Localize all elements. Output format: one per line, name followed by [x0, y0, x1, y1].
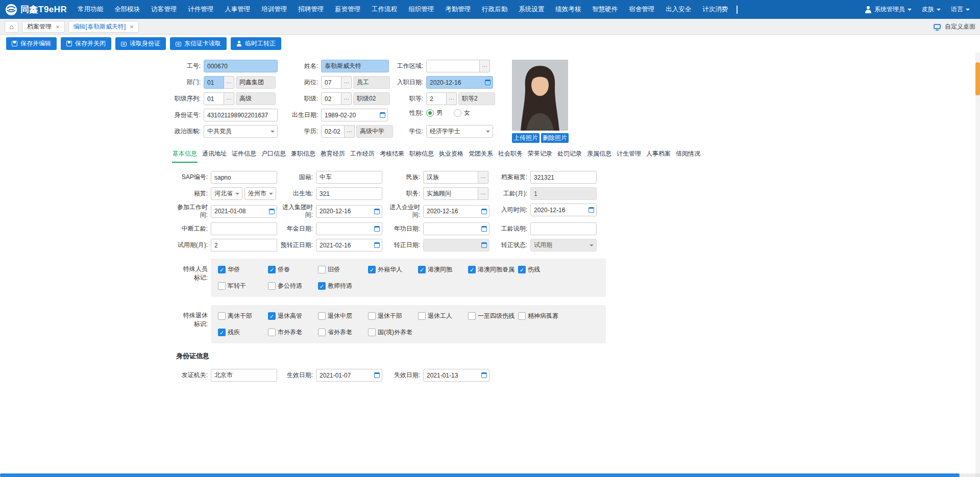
degree-select[interactable] [426, 125, 493, 138]
service-note-input[interactable] [530, 222, 597, 235]
user-menu[interactable]: 系统管理员 [865, 5, 912, 14]
sap-input[interactable] [211, 171, 277, 184]
nationality-input[interactable] [316, 171, 382, 184]
special-person-checkbox[interactable]: 外籍华人 [368, 265, 418, 274]
work-start-input[interactable] [211, 205, 277, 218]
special-retire-checkbox[interactable]: 一至四级伤残 [468, 312, 518, 320]
pre-regular-input[interactable] [316, 239, 382, 252]
read-id-card-button[interactable]: 读取身份证 [115, 37, 166, 50]
menu-item[interactable]: 系统设置 [513, 0, 550, 19]
group-date-input[interactable] [316, 205, 382, 218]
home-button[interactable] [5, 21, 18, 33]
horizontal-scrollbar-thumb[interactable] [0, 473, 960, 477]
hire-date-input[interactable] [426, 76, 493, 89]
grade-code-input[interactable] [321, 92, 341, 105]
detail-tab[interactable]: 教育经历 [320, 148, 346, 163]
special-retire-checkbox[interactable]: 精神病孤寡 [518, 312, 568, 320]
detail-tab[interactable]: 执业资格 [438, 148, 464, 163]
probation-input[interactable] [211, 239, 277, 252]
post-code-input[interactable] [321, 76, 341, 89]
calendar-icon[interactable] [374, 372, 380, 378]
education-lookup-button[interactable] [345, 125, 355, 138]
political-input[interactable] [204, 125, 278, 138]
skin-menu[interactable]: 皮肤 [922, 5, 941, 14]
calendar-icon[interactable] [380, 112, 385, 118]
temp-worker-regular-button[interactable]: 临时工转正 [231, 37, 281, 50]
join-date-input[interactable] [530, 204, 597, 216]
special-retire-checkbox[interactable]: 退休干部 [368, 312, 418, 320]
id-no-input[interactable] [204, 109, 278, 121]
grade-seq-code-input[interactable] [204, 92, 224, 105]
window-tab[interactable]: 档案管理 [22, 21, 65, 33]
detail-tab[interactable]: 证件信息 [231, 148, 257, 163]
menu-item[interactable]: 工作流程 [366, 0, 403, 19]
menu-item[interactable]: 人事管理 [219, 0, 256, 19]
calendar-icon[interactable] [374, 242, 380, 248]
menu-item[interactable]: 行政后勤 [476, 0, 513, 19]
menu-item[interactable]: 绩效考核 [550, 0, 586, 19]
emp-no-input[interactable] [204, 60, 278, 72]
detail-tab[interactable]: 荣誉记录 [527, 148, 553, 163]
menu-item[interactable]: 培训管理 [256, 0, 292, 19]
education-code-input[interactable] [321, 125, 345, 138]
special-retire-checkbox[interactable]: 退休工人 [418, 312, 468, 320]
detail-tab[interactable]: 亲属信息 [586, 148, 612, 163]
upload-photo-button[interactable]: 上传照片 [512, 133, 540, 143]
menu-item[interactable]: 计次消费 [697, 0, 733, 19]
effective-date-input[interactable] [316, 369, 382, 382]
close-icon[interactable] [56, 23, 60, 30]
post-lookup-button[interactable] [341, 76, 352, 89]
political-select[interactable] [204, 125, 278, 138]
special-person-checkbox[interactable]: 华侨 [218, 265, 268, 274]
calendar-icon[interactable] [269, 209, 275, 214]
dept-code-input[interactable] [204, 76, 224, 89]
grade-seq-lookup-button[interactable] [224, 92, 234, 105]
menu-item[interactable]: 全部模块 [109, 0, 145, 19]
annuity-date-input[interactable] [316, 222, 382, 235]
birth-date-input[interactable] [321, 109, 388, 121]
detail-tab[interactable]: 考核结果 [379, 148, 405, 163]
detail-tab[interactable]: 户口信息 [261, 148, 286, 163]
menu-item[interactable]: 薪资管理 [329, 0, 366, 19]
window-tab[interactable]: 编辑[泰勒斯威夫特] [68, 21, 139, 33]
special-person-checkbox[interactable]: 侨眷 [268, 265, 318, 274]
detail-tab[interactable]: 通讯地址 [202, 148, 227, 163]
menu-item[interactable]: 招聘管理 [292, 0, 329, 19]
close-icon[interactable] [130, 23, 134, 30]
special-person-checkbox[interactable]: 旧侨 [318, 265, 368, 274]
save-close-button[interactable]: 保存并关闭 [61, 37, 111, 50]
detail-tab[interactable]: 基本信息 [172, 148, 198, 163]
menu-item[interactable]: 访客管理 [145, 0, 182, 19]
menu-item[interactable]: 出入安全 [660, 0, 697, 19]
customize-desktop-button[interactable]: 自定义桌面 [934, 22, 975, 31]
special-retire-checkbox[interactable]: 退休高管 [268, 312, 318, 320]
ethnic-lookup-button[interactable] [478, 171, 488, 184]
special-retire-checkbox[interactable]: 省外养老 [318, 328, 368, 337]
detail-tab[interactable]: 借阅情况 [675, 148, 701, 163]
degree-input[interactable] [426, 125, 493, 138]
calendar-icon[interactable] [481, 209, 487, 214]
special-retire-checkbox[interactable]: 离休干部 [218, 312, 268, 320]
detail-tab[interactable]: 工作经历 [350, 148, 375, 163]
work-area-lookup-button[interactable] [480, 60, 490, 72]
special-person-checkbox[interactable]: 教师待遇 [318, 282, 368, 290]
card-reader-button[interactable]: 东信证卡读取 [170, 37, 227, 50]
detail-tab[interactable]: 党团关系 [468, 148, 494, 163]
detail-tab[interactable]: 职称信息 [409, 148, 434, 163]
calendar-icon[interactable] [485, 80, 491, 85]
menu-item[interactable]: 组织管理 [403, 0, 439, 19]
special-person-checkbox[interactable]: 港澳同胞 [418, 265, 468, 274]
detail-tab[interactable]: 处罚记录 [557, 148, 582, 163]
special-retire-checkbox[interactable]: 退休中层 [318, 312, 368, 320]
native-city-select[interactable] [244, 187, 276, 200]
birthplace-input[interactable] [316, 187, 382, 200]
ethnic-input[interactable] [423, 171, 478, 184]
dept-lookup-button[interactable] [224, 76, 234, 89]
company-date-input[interactable] [423, 205, 489, 218]
special-person-checkbox[interactable]: 港澳同胞眷属 [468, 265, 518, 274]
calendar-icon[interactable] [481, 226, 487, 232]
special-person-checkbox[interactable]: 伤残 [518, 265, 568, 274]
menu-item[interactable]: 常用功能 [72, 0, 109, 19]
file-native-input[interactable] [530, 171, 597, 184]
delete-photo-button[interactable]: 删除照片 [541, 133, 569, 143]
